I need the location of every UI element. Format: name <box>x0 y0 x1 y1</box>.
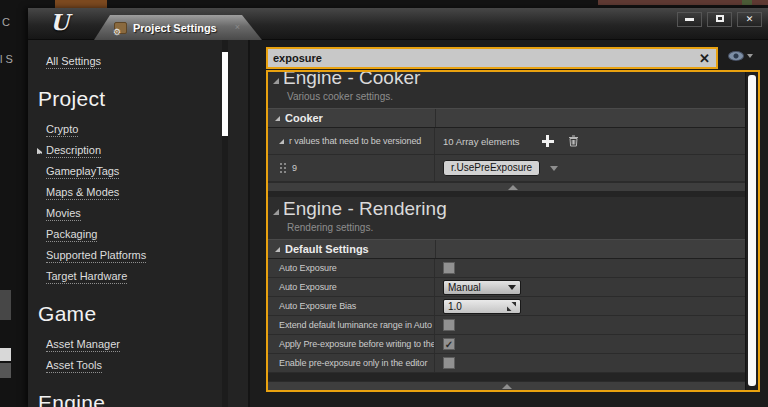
table-row: Auto Exposure Bias 1.0 <box>268 297 758 316</box>
category-header-default-settings[interactable]: Default Settings <box>268 239 758 259</box>
section-engine-rendering: Engine - Rendering Rendering settings. D… <box>268 197 758 373</box>
table-row: Auto Exposure Manual <box>268 278 758 297</box>
collapse-up-icon <box>508 185 518 190</box>
sidebar-item-crypto[interactable]: Crypto <box>46 118 248 139</box>
project-settings-window: U Project Settings × ✕ All Settings Proj… <box>28 8 768 407</box>
table-row: 9 r.UsePreExposure <box>268 155 758 182</box>
expand-arrow-icon <box>37 148 42 154</box>
tab-project-settings[interactable]: Project Settings × <box>94 15 262 40</box>
property-label: r values that need to be versioned <box>289 136 421 146</box>
collapse-triangle-icon <box>275 116 280 121</box>
close-button[interactable]: ✕ <box>737 12 762 27</box>
table-row: Enable pre-exposure only in the editor <box>268 354 758 373</box>
sidebar-heading-project: Project <box>38 87 248 111</box>
titlebar[interactable]: U Project Settings × ✕ <box>28 8 768 40</box>
section-collapse-strip[interactable] <box>268 182 758 191</box>
auto-exposure-method-dropdown[interactable]: Manual <box>443 280 521 295</box>
sidebar-item-description[interactable]: Description <box>46 139 248 160</box>
background-artifact <box>0 348 11 361</box>
editor-pre-exposure-checkbox[interactable] <box>443 357 455 369</box>
extend-luminance-range-checkbox[interactable] <box>443 319 455 331</box>
section-subtitle: Various cooker settings. <box>268 90 758 108</box>
auto-exposure-checkbox[interactable] <box>443 262 455 274</box>
section-subtitle: Rendering settings. <box>268 221 758 239</box>
add-element-icon[interactable] <box>542 135 554 147</box>
maximize-button[interactable] <box>707 12 732 27</box>
sidebar-item-gameplaytags[interactable]: GameplayTags <box>46 160 248 181</box>
view-options-control[interactable] <box>728 51 753 61</box>
delete-elements-icon[interactable] <box>568 135 579 147</box>
sidebar-item-asset-manager[interactable]: Asset Manager <box>46 333 248 354</box>
background-text: C <box>2 16 10 28</box>
table-row: Apply Pre-exposure before writing to the… <box>268 335 758 354</box>
sidebar-scrollbar-thumb[interactable] <box>222 52 228 136</box>
auto-exposure-bias-input[interactable]: 1.0 <box>443 299 521 314</box>
chevron-down-icon <box>508 285 516 290</box>
settings-main-area: ✕ Engine - Cooker Various cooker setting… <box>250 40 768 407</box>
sidebar-item-target-hardware[interactable]: Target Hardware <box>46 265 248 286</box>
sidebar-item-maps-modes[interactable]: Maps & Modes <box>46 181 248 202</box>
background-artifact <box>55 0 107 8</box>
table-row: Extend default luminance range in Auto E <box>268 316 758 335</box>
section-engine-cooker: Engine - Cooker Various cooker settings.… <box>268 70 758 191</box>
collapse-triangle-icon <box>273 209 279 215</box>
minimize-button[interactable] <box>677 12 702 27</box>
background-text: l S <box>0 53 13 65</box>
property-label: Enable pre-exposure only in the editor <box>279 358 427 368</box>
sidebar-item-asset-tools[interactable]: Asset Tools <box>46 354 248 375</box>
collapse-up-icon <box>502 384 512 389</box>
property-label: Extend default luminance range in Auto E <box>279 320 435 330</box>
window-controls: ✕ <box>677 12 762 27</box>
section-title[interactable]: Engine - Cooker <box>268 70 758 90</box>
array-element-input[interactable]: r.UsePreExposure <box>443 160 540 176</box>
element-options-icon[interactable] <box>550 166 558 171</box>
settings-panel: Engine - Cooker Various cooker settings.… <box>266 70 760 392</box>
collapse-triangle-icon <box>275 247 280 252</box>
project-settings-icon <box>114 22 127 34</box>
sidebar-heading-game: Game <box>38 302 248 326</box>
drag-handle-icon[interactable] <box>280 163 282 165</box>
sidebar-item-all-settings[interactable]: All Settings <box>46 50 248 71</box>
search-box[interactable]: ✕ <box>266 47 718 69</box>
property-label: Auto Exposure <box>279 263 337 273</box>
sidebar-item-packaging[interactable]: Packaging <box>46 223 248 244</box>
property-label: Auto Exposure <box>279 282 337 292</box>
unreal-engine-logo: U <box>50 9 69 35</box>
eye-icon <box>728 51 744 61</box>
background-artifact <box>742 0 752 5</box>
sidebar-item-movies[interactable]: Movies <box>46 202 248 223</box>
tab-close-icon[interactable]: × <box>235 23 240 32</box>
collapse-triangle-icon <box>273 78 279 84</box>
apply-pre-exposure-checkbox[interactable]: ✓ <box>443 338 455 350</box>
category-header-cooker[interactable]: Cooker <box>268 108 758 128</box>
section-title[interactable]: Engine - Rendering <box>268 197 758 221</box>
settings-sidebar: All Settings Project Crypto Description … <box>28 40 250 407</box>
expand-range-icon[interactable] <box>507 302 516 311</box>
search-input[interactable] <box>273 52 698 64</box>
tab-label: Project Settings <box>133 22 217 34</box>
table-row: Auto Exposure <box>268 259 758 278</box>
array-index-label: 9 <box>292 163 297 173</box>
background-artifact <box>0 363 11 378</box>
section-collapse-strip[interactable] <box>268 381 745 390</box>
array-count-label: 10 Array elements <box>443 136 520 147</box>
clear-search-icon[interactable]: ✕ <box>698 52 711 65</box>
property-label: Apply Pre-exposure before writing to the <box>279 339 435 349</box>
panel-scrollbar-thumb[interactable] <box>748 75 756 386</box>
sidebar-heading-engine: Engine <box>38 391 248 407</box>
table-row: r values that need to be versioned 10 Ar… <box>268 128 758 155</box>
chevron-down-icon <box>747 54 753 58</box>
background-artifact <box>0 290 11 320</box>
property-label: Auto Exposure Bias <box>279 301 356 311</box>
collapse-triangle-icon[interactable] <box>279 139 284 144</box>
sidebar-item-supported-platforms[interactable]: Supported Platforms <box>46 244 248 265</box>
